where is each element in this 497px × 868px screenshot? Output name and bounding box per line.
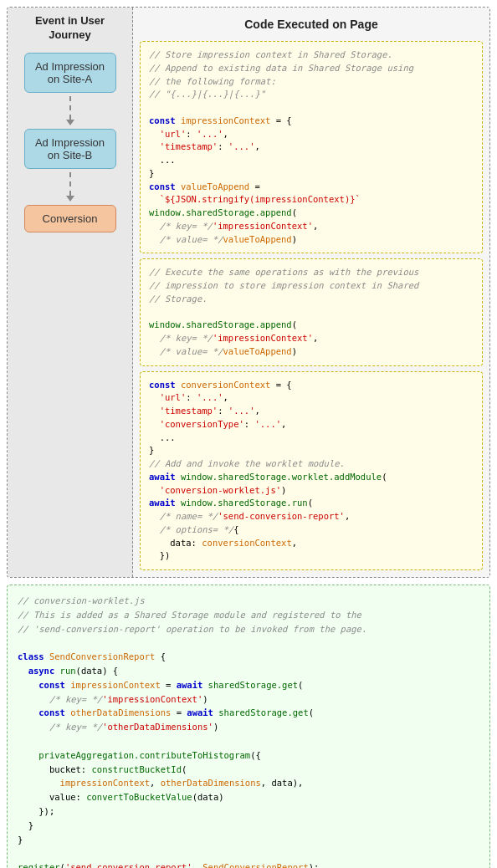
- connector-1: [66, 96, 74, 125]
- code-block-2: // Execute the same operations as with t…: [140, 258, 483, 365]
- right-column: Code Executed on Page // Store impressio…: [133, 8, 489, 577]
- code-block-3: const conversionContext = { 'url': '...'…: [140, 371, 483, 571]
- code-block-1: // Store impression context in Shared St…: [140, 41, 483, 253]
- code-text-3: const conversionContext = { 'url': '...'…: [149, 379, 474, 564]
- main-container: Event in User Journey Ad Impressionon Si…: [0, 0, 497, 868]
- top-section: Event in User Journey Ad Impressionon Si…: [7, 7, 490, 578]
- event-ad-impression-a: Ad Impressionon Site-A: [24, 53, 116, 93]
- event-conversion: Conversion: [24, 205, 116, 232]
- code-text-1: // Store impression context in Shared St…: [149, 49, 474, 246]
- bottom-code-section: // conversion-worklet.js // This is adde…: [7, 585, 490, 868]
- connector-2: [66, 172, 74, 202]
- event-ad-impression-b: Ad Impressionon Site-B: [24, 129, 116, 169]
- bottom-code-text: // conversion-worklet.js // This is adde…: [18, 594, 479, 868]
- left-header: Event in User Journey: [13, 14, 127, 43]
- right-header: Code Executed on Page: [140, 14, 483, 36]
- code-text-2: // Execute the same operations as with t…: [149, 266, 474, 358]
- left-column: Event in User Journey Ad Impressionon Si…: [8, 8, 133, 577]
